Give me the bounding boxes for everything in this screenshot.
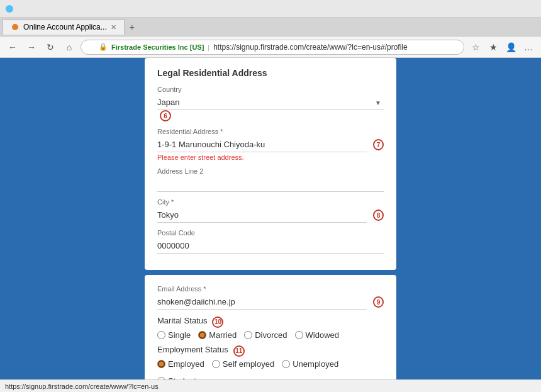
url-text: https://signup.firstrade.com/create/www/… [213, 43, 407, 52]
marital-single-label: Single [168, 330, 191, 340]
employment-unemployed-radio[interactable] [282, 360, 290, 368]
marital-label: Marital Status [157, 316, 207, 325]
marital-married[interactable]: Married [198, 330, 237, 340]
star-button[interactable]: ★ [486, 40, 501, 55]
address-section: Legal Residential Address Country Japan … [145, 58, 396, 270]
residential-input[interactable] [157, 137, 367, 152]
marital-divorced-radio[interactable] [244, 331, 252, 339]
email-group: Email Address * 9 [157, 285, 384, 310]
employment-radio-group: Employed Self employed Unemployed Studen… [157, 359, 384, 379]
residential-error: Please enter street address. [157, 154, 384, 161]
postal-label: Postal Code [157, 229, 384, 237]
section-title: Legal Residential Address [157, 68, 384, 78]
employment-unemployed[interactable]: Unemployed [282, 359, 338, 369]
tab-favicon [11, 23, 20, 31]
employment-employed-radio[interactable] [157, 360, 165, 368]
browser-titlebar [0, 0, 541, 18]
employment-self-radio[interactable] [212, 360, 220, 368]
step-6-badge: 6 [160, 110, 171, 121]
marital-divorced[interactable]: Divorced [244, 330, 287, 340]
svg-point-0 [6, 5, 13, 13]
tab-close-button[interactable]: ✕ [111, 23, 116, 31]
nav-bar: ← → ↻ ⌂ 🔒 Firstrade Securities Inc [US] … [0, 36, 541, 58]
marital-single-radio[interactable] [157, 331, 165, 339]
svg-point-1 [12, 24, 18, 30]
tab-bar: Online Account Applica... ✕ + [0, 18, 541, 36]
address2-label: Address Line 2 [157, 167, 384, 175]
employment-self-label: Self employed [223, 359, 274, 369]
step-11-badge: 11 [233, 345, 245, 357]
page-content: Legal Residential Address Country Japan … [0, 58, 541, 379]
profile-section: Email Address * 9 Marital Status 10 Sing… [145, 275, 396, 379]
postal-group: Postal Code [157, 229, 384, 254]
tab-title: Online Account Applica... [23, 23, 107, 31]
residential-group: Residential Address * 7 Please enter str… [157, 128, 384, 161]
marital-widowed[interactable]: Widowed [295, 330, 339, 340]
employment-self[interactable]: Self employed [212, 359, 274, 369]
home-button[interactable]: ⌂ [62, 40, 77, 55]
marital-single[interactable]: Single [157, 330, 191, 340]
secure-label: Firstrade Securities Inc [US] [111, 43, 204, 51]
city-group: City * 8 [157, 198, 384, 223]
refresh-button[interactable]: ↻ [43, 40, 58, 55]
url-separator: | [208, 43, 209, 51]
status-bar: https://signup.firstrade.com/create/www/… [0, 379, 541, 392]
marital-radio-group: Single Married Divorced Widowed [157, 330, 384, 340]
forward-button[interactable]: → [24, 40, 39, 55]
status-url: https://signup.firstrade.com/create/www/… [5, 383, 159, 390]
user-button[interactable]: 👤 [503, 40, 518, 55]
step-8-badge: 8 [373, 210, 384, 221]
email-label: Email Address * [157, 285, 384, 293]
marital-widowed-label: Widowed [306, 330, 339, 340]
address2-input[interactable] [157, 177, 384, 192]
step-10-badge: 10 [212, 316, 223, 328]
employment-group: Employment Status 11 Employed Self emplo… [157, 345, 384, 379]
employment-unemployed-label: Unemployed [293, 359, 338, 369]
marital-married-radio[interactable] [198, 331, 206, 339]
country-select-wrapper: Japan [157, 95, 384, 110]
active-tab[interactable]: Online Account Applica... ✕ [3, 20, 125, 35]
employment-employed[interactable]: Employed [157, 359, 204, 369]
country-select[interactable]: Japan [157, 95, 384, 110]
bookmark-button[interactable]: ☆ [468, 40, 483, 55]
city-label: City * [157, 198, 384, 206]
country-label: Country [157, 86, 384, 93]
marital-married-label: Married [209, 330, 237, 340]
step-7-badge: 7 [373, 139, 384, 150]
step-9-badge: 9 [373, 296, 384, 308]
country-group: Country Japan 6 [157, 86, 384, 121]
employment-employed-label: Employed [168, 359, 204, 369]
marital-group: Marital Status 10 Single Married Divorce… [157, 316, 384, 340]
city-input[interactable] [157, 208, 367, 223]
address2-group: Address Line 2 [157, 167, 384, 192]
back-button[interactable]: ← [5, 40, 20, 55]
browser-icon [5, 4, 14, 13]
url-bar[interactable]: 🔒 Firstrade Securities Inc [US] | https:… [81, 40, 464, 55]
marital-divorced-label: Divorced [255, 330, 287, 340]
postal-input[interactable] [157, 238, 384, 254]
employment-label: Employment Status [157, 345, 228, 354]
secure-icon: 🔒 [99, 43, 108, 51]
menu-button[interactable]: … [521, 40, 536, 55]
new-tab-button[interactable]: + [125, 20, 140, 35]
marital-widowed-radio[interactable] [295, 331, 303, 339]
nav-right-buttons: ☆ ★ 👤 … [468, 40, 536, 55]
residential-label: Residential Address * [157, 128, 384, 135]
email-input[interactable] [157, 294, 367, 310]
